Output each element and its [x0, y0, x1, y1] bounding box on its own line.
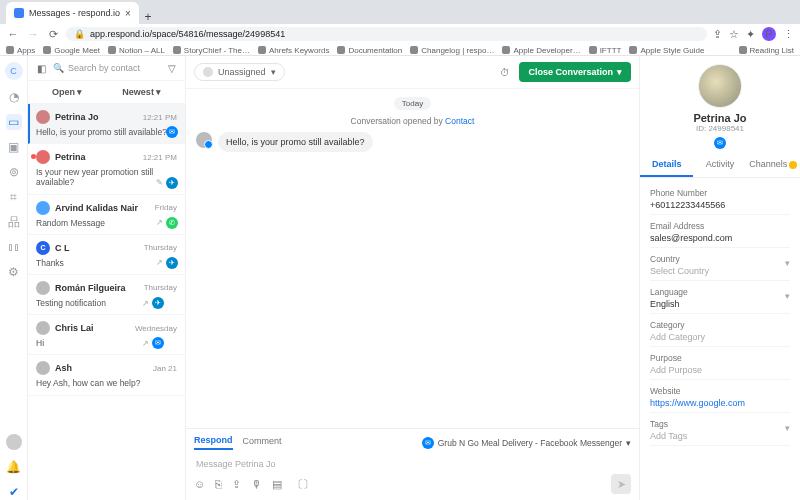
attach-icon[interactable]: ⇪ — [232, 478, 241, 491]
telegram-icon: ✈ — [152, 297, 164, 309]
tab-respond[interactable]: Respond — [194, 435, 233, 450]
bookmark[interactable]: Apps — [6, 46, 35, 55]
assignee-dropdown[interactable]: Unassigned ▾ — [194, 63, 285, 81]
contact-name: Petrina Jo — [693, 112, 746, 124]
forward-button[interactable]: → — [26, 27, 40, 41]
browser-tab[interactable]: Messages - respond.io × — [6, 2, 139, 24]
messages-icon[interactable]: ▭ — [6, 114, 22, 130]
field-website[interactable]: Website https://www.google.com — [650, 380, 790, 413]
telegram-icon: ✈ — [166, 257, 178, 269]
chevron-down-icon: ▾ — [156, 87, 161, 97]
conversation-item[interactable]: AshJan 21 Hey Ash, how can we help? — [28, 355, 185, 395]
search-placeholder: Search by contact — [68, 63, 140, 73]
search-input[interactable]: 🔍 Search by contact — [53, 63, 160, 73]
tab-title: Messages - respond.io — [29, 8, 120, 18]
message-input[interactable]: Message Petrina Jo — [194, 454, 631, 474]
agent-mini-avatar — [167, 338, 178, 349]
field-tags[interactable]: Tags Add Tags ▾ — [650, 413, 790, 446]
channel-selector[interactable]: ✉ Grub N Go Meal Delivery - Facebook Mes… — [422, 437, 631, 449]
reports-icon[interactable]: ⫾⫾ — [6, 239, 22, 255]
badge-dot-icon — [789, 161, 797, 169]
outbound-icon: ↗ — [142, 339, 149, 348]
profile-avatar[interactable]: P — [762, 27, 776, 41]
conversation-item[interactable]: Chris LaiWednesday Hi ↗✉ — [28, 315, 185, 355]
assignee-avatar — [203, 67, 213, 77]
send-button[interactable]: ➤ — [611, 474, 631, 494]
bookmark[interactable]: Ahrefs Keywords — [258, 46, 329, 55]
filter-open[interactable]: Open▾ — [52, 87, 82, 97]
bookmark[interactable]: Changelog | respo… — [410, 46, 494, 55]
kebab-icon[interactable]: ⋮ — [783, 28, 794, 41]
bookmark[interactable]: StoryChief - The… — [173, 46, 250, 55]
url-text: app.respond.io/space/54816/message/24998… — [90, 29, 285, 39]
broadcast-icon[interactable]: ⊚ — [6, 164, 22, 180]
bookmark[interactable]: IFTTT — [589, 46, 622, 55]
panel-toggle-icon[interactable]: ◧ — [34, 61, 48, 75]
tab-activity[interactable]: Activity — [693, 153, 746, 177]
conversation-item[interactable]: Petrina Jo12:21 PM Hello, is your promo … — [28, 104, 185, 144]
tab-channels[interactable]: Channels — [747, 153, 800, 177]
bookmark[interactable]: Notion – ALL — [108, 46, 165, 55]
field-country[interactable]: Country Select Country ▾ — [650, 248, 790, 281]
system-message: Conversation opened by Contact — [351, 116, 475, 126]
contacts-icon[interactable]: ▣ — [6, 139, 22, 155]
dashboard-icon[interactable]: ◔ — [6, 89, 22, 105]
tab-comment[interactable]: Comment — [243, 436, 282, 449]
bookmark[interactable]: Apple Developer… — [502, 46, 580, 55]
share-icon[interactable]: ⇪ — [713, 28, 722, 41]
notifications-icon[interactable]: 🔔 — [6, 459, 22, 475]
contact-link[interactable]: Contact — [445, 116, 474, 126]
org-switcher[interactable]: C — [5, 62, 23, 80]
telegram-icon: ✈ — [166, 177, 178, 189]
message-avatar — [196, 132, 212, 148]
respond-logo-icon: ✔ — [6, 484, 22, 500]
field-phone[interactable]: Phone Number +60112233445566 — [650, 182, 790, 215]
tab-details[interactable]: Details — [640, 153, 693, 177]
bookmark[interactable]: Apple Style Guide — [629, 46, 704, 55]
bookmark[interactable]: Google Meet — [43, 46, 100, 55]
new-tab-button[interactable]: + — [139, 10, 157, 24]
conversation-item[interactable]: Román FilgueiraThursday Testing notifica… — [28, 275, 185, 315]
extensions-icon[interactable]: ✦ — [746, 28, 755, 41]
chevron-down-icon: ▾ — [785, 291, 790, 301]
snooze-icon[interactable]: ⏱ — [497, 64, 513, 80]
search-icon: 🔍 — [53, 63, 64, 73]
pencil-icon: ✎ — [156, 178, 163, 187]
contact-avatar — [698, 64, 742, 108]
workflows-icon[interactable]: ⌗ — [6, 189, 22, 205]
agent-avatar[interactable] — [6, 434, 22, 450]
composer: Respond Comment ✉ Grub N Go Meal Deliver… — [186, 428, 639, 500]
voice-icon[interactable]: 🎙 — [251, 478, 262, 490]
contact-details-panel: Petrina Jo ID: 24998541 ✉ Details Activi… — [640, 56, 800, 500]
address-bar[interactable]: 🔒 app.respond.io/space/54816/message/249… — [66, 27, 707, 41]
snippet-icon[interactable]: ⎘ — [215, 478, 222, 490]
back-button[interactable]: ← — [6, 27, 20, 41]
filter-icon[interactable]: ▽ — [165, 61, 179, 75]
field-email[interactable]: Email Address sales@respond.com — [650, 215, 790, 248]
emoji-icon[interactable]: ☺ — [194, 478, 205, 490]
conversation-item[interactable]: Petrina12:21 PM Is your new year promoti… — [28, 144, 185, 194]
reload-button[interactable]: ⟳ — [46, 27, 60, 41]
template-icon[interactable]: ▤ — [272, 478, 282, 491]
field-category[interactable]: Category Add Category — [650, 314, 790, 347]
outbound-icon: ↗ — [156, 258, 163, 267]
variable-icon[interactable]: 〔〕 — [292, 477, 314, 492]
field-purpose[interactable]: Purpose Add Purpose — [650, 347, 790, 380]
field-language[interactable]: Language English ▾ — [650, 281, 790, 314]
messenger-icon: ✉ — [166, 126, 178, 138]
close-tab-icon[interactable]: × — [125, 8, 131, 19]
bookmarks-bar: Apps Google Meet Notion – ALL StoryChief… — [0, 44, 800, 56]
bookmark[interactable]: Documentation — [337, 46, 402, 55]
star-icon[interactable]: ☆ — [729, 28, 739, 41]
filter-sort[interactable]: Newest▾ — [122, 87, 161, 97]
reading-list[interactable]: Reading List — [739, 46, 794, 55]
settings-icon[interactable]: ⚙ — [6, 264, 22, 280]
agent-mini-avatar — [167, 298, 178, 309]
chevron-down-icon: ▾ — [626, 438, 631, 448]
org-icon[interactable]: 品 — [6, 214, 22, 230]
conversation-item[interactable]: Arvind Kalidas NairFriday Random Message… — [28, 195, 185, 235]
conversation-item[interactable]: CC LThursday Thanks ↗✈ — [28, 235, 185, 275]
conversation-list: ◧ 🔍 Search by contact ▽ Open▾ Newest▾ Pe… — [28, 56, 186, 500]
close-conversation-button[interactable]: Close Conversation ▾ — [519, 62, 631, 82]
date-separator: Today — [394, 97, 431, 110]
